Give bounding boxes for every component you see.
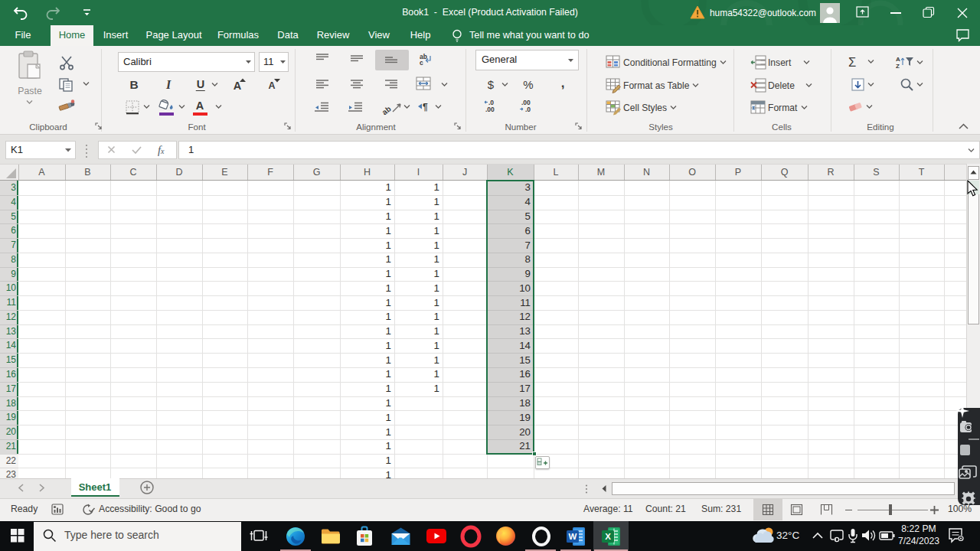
svg-text:.00: .00: [485, 106, 495, 113]
svg-text:ab: ab: [381, 104, 393, 116]
svg-text:Z: Z: [896, 63, 900, 70]
svg-text:X: X: [605, 532, 611, 541]
svg-text:¶: ¶: [423, 102, 428, 112]
svg-text:c: c: [420, 59, 423, 67]
svg-text:A: A: [896, 56, 900, 63]
svg-text:W: W: [569, 532, 577, 541]
svg-text:.0: .0: [525, 106, 531, 113]
